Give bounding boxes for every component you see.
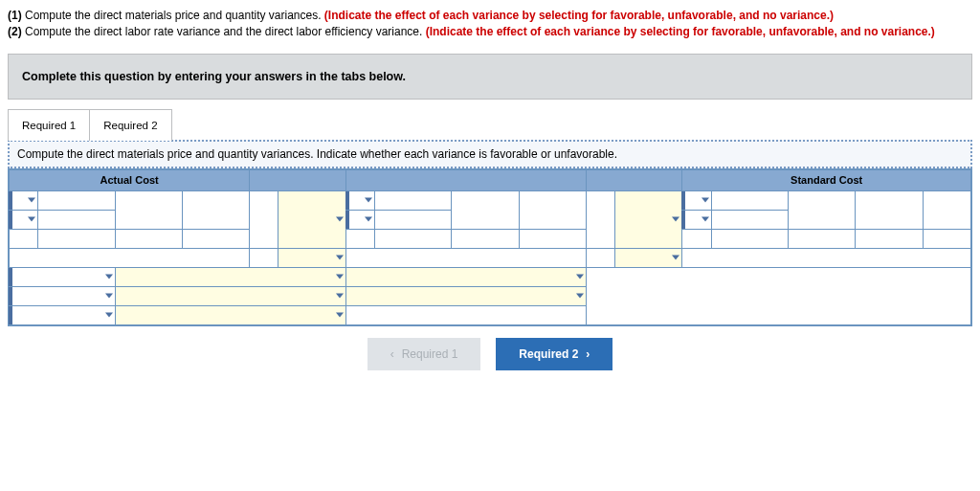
answer-grid: Actual Cost Standard Cost: [8, 168, 972, 326]
tab-required-1[interactable]: Required 1: [8, 109, 90, 141]
row3-sc-b: [711, 229, 788, 248]
row1-sc-qty[interactable]: [711, 190, 788, 210]
row4-drop1[interactable]: [278, 248, 345, 267]
row3-mid-d: [519, 229, 586, 248]
q2-number: (2): [8, 25, 25, 38]
row3-sc-c: [788, 229, 855, 248]
row1-gap2: [586, 190, 614, 248]
instructions-block: (1) Compute the direct materials price a…: [8, 8, 972, 40]
q1-red: (Indicate the effect of each variance by…: [324, 9, 834, 22]
row2-sc-rate-handle[interactable]: [682, 210, 711, 229]
row3-sc-a: [682, 229, 711, 248]
row1-gap1: [250, 190, 278, 248]
row1-sc-pad: [923, 190, 970, 229]
row2-mid-rate[interactable]: [374, 210, 451, 229]
header-standard-cost: Standard Cost: [682, 169, 971, 190]
row1-mid-ext: [519, 190, 586, 229]
row1-mid-qty-handle[interactable]: [345, 190, 374, 210]
header-blank-2: [345, 169, 586, 190]
header-actual-cost: Actual Cost: [10, 169, 250, 190]
row2-ac-rate-handle[interactable]: [10, 210, 38, 229]
row1-sc-ext: [856, 190, 923, 229]
row6-type1[interactable]: [345, 286, 586, 305]
chevron-left-icon: ‹: [390, 347, 394, 361]
row3-ac-c[interactable]: [115, 229, 182, 248]
row1-drop1[interactable]: [278, 190, 345, 248]
next-button[interactable]: Required 2 ›: [496, 338, 612, 370]
header-blank-3: [586, 169, 681, 190]
row3-mid-a: [345, 229, 374, 248]
row3-ac-d: [182, 229, 249, 248]
row4-gap2a: [586, 248, 614, 267]
chevron-right-icon: ›: [586, 347, 590, 361]
row1-ac-qty[interactable]: [38, 190, 115, 210]
row1-ac-qty-handle[interactable]: [10, 190, 38, 210]
row2-sc-rate[interactable]: [711, 210, 788, 229]
instruction-banner: Complete this question by entering your …: [8, 54, 972, 100]
row7-blank: [345, 305, 586, 324]
row5-label1[interactable]: [10, 267, 116, 286]
row5-amt1[interactable]: [115, 267, 345, 286]
q2-red: (Indicate the effect of each variance by…: [426, 25, 935, 38]
row1-ac-blank: [115, 190, 182, 229]
row7-label1[interactable]: [10, 305, 116, 324]
row1-ac-ext: [182, 190, 249, 229]
row3-mid-c: [452, 229, 519, 248]
row4-ac-total: [10, 248, 250, 267]
row7-amt1[interactable]: [115, 305, 345, 324]
row1-mid-blank: [452, 190, 519, 229]
row3-sc-e: [923, 229, 970, 248]
row5-blank-right: [586, 267, 970, 324]
prev-label: Required 1: [402, 347, 458, 361]
row1-sc-blank: [788, 190, 855, 229]
row4-mid-total: [345, 248, 586, 267]
q2-text: Compute the direct labor rate variance a…: [25, 25, 426, 38]
nav-buttons: ‹ Required 1 Required 2 ›: [8, 338, 972, 370]
sub-prompt: Compute the direct materials price and q…: [8, 140, 972, 168]
header-blank-1: [250, 169, 345, 190]
row1-mid-qty[interactable]: [374, 190, 451, 210]
prev-button[interactable]: ‹ Required 1: [368, 338, 481, 370]
q1-number: (1): [8, 9, 25, 22]
row3-ac-b: [38, 229, 115, 248]
q1-text: Compute the direct materials price and q…: [25, 9, 324, 22]
row4-sc-total: [682, 248, 971, 267]
row1-sc-qty-handle[interactable]: [682, 190, 711, 210]
row5-type1[interactable]: [345, 267, 586, 286]
tab-row: Required 1 Required 2: [8, 109, 972, 141]
row3-mid-b: [374, 229, 451, 248]
row4-gap1a: [250, 248, 278, 267]
row2-mid-rate-handle[interactable]: [345, 210, 374, 229]
row6-amt1[interactable]: [115, 286, 345, 305]
row2-ac-rate[interactable]: [38, 210, 115, 229]
row6-label1[interactable]: [10, 286, 116, 305]
row1-drop2[interactable]: [615, 190, 682, 248]
row4-drop2[interactable]: [615, 248, 682, 267]
next-label: Required 2: [519, 347, 578, 361]
row3-sc-d: [856, 229, 923, 248]
tab-required-2[interactable]: Required 2: [89, 109, 171, 141]
row3-ac-a: [10, 229, 38, 248]
